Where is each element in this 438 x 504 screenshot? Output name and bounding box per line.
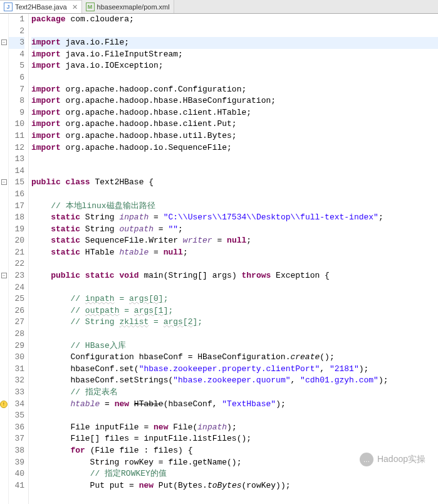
line-number: 12 — [9, 142, 24, 154]
code-line[interactable]: // 指定ROWKEY的值 — [31, 468, 438, 480]
code-line[interactable]: static SequenceFile.Writer writer = null… — [31, 235, 438, 247]
marker-cell: − — [0, 37, 8, 49]
marker-cell — [0, 26, 8, 38]
code-line[interactable]: static String outpath = ""; — [31, 224, 438, 236]
code-line[interactable]: import org.apache.hadoop.hbase.client.Pu… — [31, 118, 438, 130]
line-number: 29 — [9, 340, 24, 352]
line-number: 23 — [9, 270, 24, 282]
code-line[interactable] — [31, 410, 438, 422]
watermark: … Hadoop实操 — [360, 453, 425, 466]
line-number: 32 — [9, 375, 24, 387]
code-line[interactable]: // HBase入库 — [31, 340, 438, 352]
marker-cell — [0, 118, 8, 130]
code-line[interactable]: public class Text2HBase { — [31, 177, 438, 189]
marker-column: −−−! — [0, 14, 9, 504]
code-line[interactable]: import org.apache.hadoop.hbase.client.HT… — [31, 107, 438, 119]
line-number: 27 — [9, 317, 24, 328]
line-number: 8 — [9, 95, 24, 107]
code-line[interactable] — [31, 328, 438, 340]
marker-cell — [0, 212, 8, 224]
marker-cell — [0, 445, 8, 457]
line-number: 9 — [9, 107, 24, 119]
editor-tab[interactable]: JText2HBase.java✕ — [0, 0, 82, 13]
marker-cell — [0, 247, 8, 259]
code-line[interactable] — [31, 26, 438, 38]
marker-cell — [0, 95, 8, 107]
code-line[interactable]: import org.apache.hadoop.io.SequenceFile… — [31, 142, 438, 154]
code-line[interactable]: File[] files = inputFile.listFiles(); — [31, 433, 438, 445]
code-line[interactable]: htable = new HTable(hbaseConf, "TextHbas… — [31, 399, 438, 411]
code-line[interactable]: // 本地linux磁盘输出路径 — [31, 201, 438, 213]
code-line[interactable]: // inpath = args[0]; — [31, 293, 438, 305]
marker-cell — [0, 201, 8, 213]
code-line[interactable]: Configuration hbaseConf = HBaseConfigura… — [31, 352, 438, 364]
code-line[interactable]: // 指定表名 — [31, 387, 438, 399]
line-number: 37 — [9, 433, 24, 445]
marker-cell — [0, 387, 8, 399]
marker-cell — [0, 468, 8, 480]
warning-marker-icon[interactable]: ! — [0, 401, 8, 408]
code-line[interactable] — [31, 154, 438, 165]
marker-cell — [0, 422, 8, 434]
code-line[interactable]: import java.io.FileInputStream; — [31, 49, 438, 61]
code-line[interactable] — [31, 165, 438, 177]
wechat-icon: … — [360, 453, 373, 466]
line-number: 34 — [9, 399, 24, 411]
code-line[interactable]: import org.apache.hadoop.hbase.util.Byte… — [31, 130, 438, 142]
marker-cell — [0, 49, 8, 61]
marker-cell — [0, 317, 8, 328]
line-number: 16 — [9, 189, 24, 201]
fold-toggle-icon[interactable]: − — [1, 179, 7, 185]
code-line[interactable]: package com.cloudera; — [31, 14, 438, 26]
code-line[interactable]: static HTable htable = null; — [31, 247, 438, 259]
code-line[interactable]: File inputFile = new File(inpath); — [31, 422, 438, 434]
line-number: 30 — [9, 352, 24, 364]
code-line[interactable]: import java.io.IOException; — [31, 60, 438, 72]
code-line[interactable]: // String zklist = args[2]; — [31, 317, 438, 328]
code-line[interactable] — [31, 282, 438, 294]
marker-cell — [0, 340, 8, 352]
tab-label: hbaseexmaple/pom.xml — [97, 3, 170, 11]
code-line[interactable]: hbaseConf.setStrings("hbase.zookeeper.qu… — [31, 375, 438, 387]
editor: −−−! 12345678910111213141516171819202122… — [0, 14, 438, 504]
marker-cell — [0, 84, 8, 96]
marker-cell — [0, 410, 8, 422]
tab-label: Text2HBase.java — [15, 3, 67, 11]
code-line[interactable] — [31, 258, 438, 270]
code-line[interactable]: import java.io.File; — [31, 37, 438, 49]
marker-cell — [0, 480, 8, 492]
marker-cell — [0, 433, 8, 445]
java-file-icon: J — [4, 3, 13, 11]
marker-cell: ! — [0, 399, 8, 411]
code-line[interactable]: hbaseConf.set("hbase.zookeeper.property.… — [31, 364, 438, 375]
code-line[interactable]: import org.apache.hadoop.hbase.HBaseConf… — [31, 95, 438, 107]
code-line[interactable]: // outpath = args[1]; — [31, 305, 438, 317]
code-line[interactable]: import org.apache.hadoop.conf.Configurat… — [31, 84, 438, 96]
line-number: 40 — [9, 468, 24, 480]
close-icon[interactable]: ✕ — [72, 3, 78, 11]
marker-cell — [0, 189, 8, 201]
line-number: 14 — [9, 165, 24, 177]
code-area[interactable]: package com.cloudera;import java.io.File… — [29, 14, 438, 504]
line-number: 7 — [9, 84, 24, 96]
marker-cell — [0, 130, 8, 142]
fold-toggle-icon[interactable]: − — [1, 39, 7, 45]
line-number: 22 — [9, 258, 24, 270]
xml-file-icon: M — [86, 3, 95, 11]
fold-toggle-icon[interactable]: − — [1, 273, 7, 278]
line-number: 41 — [9, 480, 24, 492]
line-number: 15 — [9, 177, 24, 189]
marker-cell: − — [0, 270, 8, 282]
code-line[interactable]: public static void main(String[] args) t… — [31, 270, 438, 282]
code-line[interactable] — [31, 72, 438, 84]
line-number: 25 — [9, 293, 24, 305]
line-number: 38 — [9, 445, 24, 457]
code-line[interactable]: Put put = new Put(Bytes.toBytes(rowKey))… — [31, 480, 438, 492]
editor-tab[interactable]: Mhbaseexmaple/pom.xml — [82, 0, 174, 13]
line-number: 4 — [9, 49, 24, 61]
line-number: 1 — [9, 14, 24, 26]
marker-cell — [0, 364, 8, 375]
line-number: 18 — [9, 212, 24, 224]
code-line[interactable]: static String inpath = "C:\\Users\\17534… — [31, 212, 438, 224]
code-line[interactable] — [31, 189, 438, 201]
